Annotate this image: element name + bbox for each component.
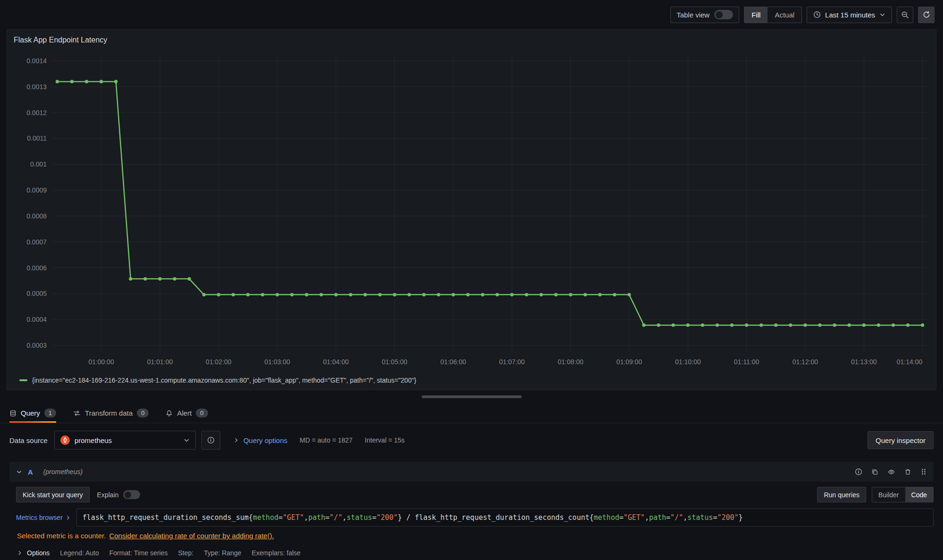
table-view-label: Table view <box>676 11 709 19</box>
chevron-right-icon <box>17 550 23 556</box>
svg-text:01:03:00: 01:03:00 <box>264 358 290 366</box>
svg-text:0.0007: 0.0007 <box>26 238 47 246</box>
svg-text:01:12:00: 01:12:00 <box>793 358 818 366</box>
legend-swatch <box>19 379 27 381</box>
datasource-info-button[interactable] <box>201 431 220 450</box>
counter-warning: Selected metric is a counter. Consider c… <box>16 532 934 540</box>
prometheus-flame-icon <box>60 435 70 445</box>
query-options-toggle[interactable]: Query options <box>234 436 287 444</box>
refresh-icon <box>923 11 930 18</box>
max-data-points-info: MD = auto = 1827 <box>300 436 352 444</box>
query-datasource-hint: (prometheus) <box>43 468 83 476</box>
datasource-bar: Data source prometheus Query options MD … <box>0 431 943 450</box>
query-help-button[interactable] <box>855 468 862 476</box>
chevron-right-icon <box>234 437 239 443</box>
svg-text:0.0006: 0.0006 <box>26 264 47 272</box>
drag-handle-icon[interactable] <box>920 468 927 476</box>
tab-query-label: Query <box>21 409 40 417</box>
options-row[interactable]: Options Legend: Auto Format: Time series… <box>16 549 934 557</box>
panel-title: Flask App Endpoint Latency <box>7 30 936 50</box>
chevron-down-icon <box>879 12 885 18</box>
run-queries-button[interactable]: Run queries <box>817 487 866 502</box>
svg-text:01:00:00: 01:00:00 <box>88 358 114 366</box>
table-view-group: Table view <box>670 7 739 23</box>
chevron-down-icon <box>184 437 190 443</box>
svg-text:0.0005: 0.0005 <box>26 290 47 297</box>
explain-toggle[interactable] <box>123 490 140 499</box>
fill-actual-group: Fill Actual <box>744 7 802 23</box>
zoom-out-button[interactable] <box>897 7 913 23</box>
svg-text:0.001: 0.001 <box>30 160 47 168</box>
bell-icon <box>166 410 173 417</box>
query-editor-body: Kick start your query Explain Run querie… <box>9 487 934 557</box>
query-ref-id[interactable]: A <box>28 468 33 476</box>
remove-query-button[interactable] <box>904 468 911 476</box>
code-editor-row: Metrics browser flask_http_request_durat… <box>16 509 934 527</box>
option-format: Format: Time series <box>109 549 168 557</box>
builder-button[interactable]: Builder <box>872 487 905 502</box>
svg-text:01:07:00: 01:07:00 <box>499 358 525 366</box>
query-options-label: Query options <box>243 436 287 444</box>
latency-panel: Flask App Endpoint Latency 0.00140.00130… <box>7 29 936 390</box>
code-button[interactable]: Code <box>905 487 933 502</box>
tab-alert-label: Alert <box>177 409 192 417</box>
legend-label[interactable]: {instance="ec2-184-169-216-224.us-west-1… <box>32 376 416 384</box>
kick-start-button[interactable]: Kick start your query <box>16 487 90 502</box>
option-exemplars: Exemplars: false <box>252 549 300 557</box>
actual-button[interactable]: Actual <box>768 7 801 23</box>
query-row-actions <box>855 468 927 476</box>
svg-text:01:09:00: 01:09:00 <box>617 358 643 366</box>
options-label: Options <box>27 549 50 557</box>
svg-text:01:14:00: 01:14:00 <box>897 358 923 366</box>
hide-response-button[interactable] <box>887 468 895 476</box>
svg-text:01:06:00: 01:06:00 <box>441 358 467 366</box>
chart-legend: {instance="ec2-184-169-216-224.us-west-1… <box>7 371 936 390</box>
latency-chart[interactable]: 0.00140.00130.00120.00110.0010.00090.000… <box>12 50 931 371</box>
collapse-query-chevron[interactable] <box>16 469 22 475</box>
tab-query[interactable]: Query 1 <box>9 403 56 423</box>
svg-text:01:04:00: 01:04:00 <box>323 358 349 366</box>
refresh-button[interactable] <box>918 7 935 23</box>
svg-text:01:10:00: 01:10:00 <box>675 358 701 366</box>
tab-alert-count: 0 <box>196 409 208 418</box>
explain-label: Explain <box>97 491 119 499</box>
metrics-browser-button[interactable]: Metrics browser <box>16 514 71 521</box>
tab-transform-label: Transform data <box>85 409 133 417</box>
time-range-label: Last 15 minutes <box>825 11 875 19</box>
editor-tabs: Query 1 Transform data 0 Alert 0 <box>0 403 943 423</box>
chevron-right-icon <box>66 515 71 520</box>
clock-icon <box>813 11 821 18</box>
warning-text: Selected metric is a counter. <box>17 532 106 540</box>
grafana-panel-edit-view: Table view Fill Actual Last 15 minutes <box>0 0 943 560</box>
option-legend: Legend: Auto <box>60 549 99 557</box>
datasource-label: Data source <box>9 436 48 444</box>
table-view-toggle[interactable] <box>714 10 733 19</box>
builder-code-group: Builder Code <box>872 487 934 502</box>
database-icon <box>9 410 17 417</box>
transform-icon <box>73 410 81 417</box>
top-toolbar: Table view Fill Actual Last 15 minutes <box>0 0 943 29</box>
query-inspector-button[interactable]: Query inspector <box>868 431 934 449</box>
svg-text:0.0014: 0.0014 <box>26 57 47 65</box>
time-range-button[interactable]: Last 15 minutes <box>807 7 892 23</box>
fill-button[interactable]: Fill <box>744 7 768 23</box>
svg-text:0.0009: 0.0009 <box>26 186 47 194</box>
tab-alert[interactable]: Alert 0 <box>166 403 208 423</box>
option-type: Type: Range <box>204 549 241 557</box>
promql-input[interactable]: flask_http_request_duration_seconds_sum{… <box>76 509 934 527</box>
query-toolbar: Kick start your query Explain Run querie… <box>16 487 934 502</box>
svg-text:0.0003: 0.0003 <box>26 342 47 349</box>
tab-transform-data[interactable]: Transform data 0 <box>73 403 149 423</box>
explain-group: Explain <box>97 490 140 499</box>
svg-text:0.0008: 0.0008 <box>26 212 47 220</box>
svg-text:01:11:00: 01:11:00 <box>734 358 759 366</box>
query-editor-card: A (prometheus) <box>9 462 934 557</box>
svg-text:01:05:00: 01:05:00 <box>382 358 408 366</box>
warning-rate-link[interactable]: Consider calculating rate of counter by … <box>109 532 274 540</box>
datasource-picker[interactable]: prometheus <box>54 431 196 450</box>
duplicate-query-button[interactable] <box>871 468 878 476</box>
datasource-value: prometheus <box>75 436 112 444</box>
svg-text:0.0004: 0.0004 <box>26 316 47 323</box>
svg-text:01:02:00: 01:02:00 <box>206 358 232 366</box>
panel-resize-handle[interactable] <box>422 395 522 398</box>
